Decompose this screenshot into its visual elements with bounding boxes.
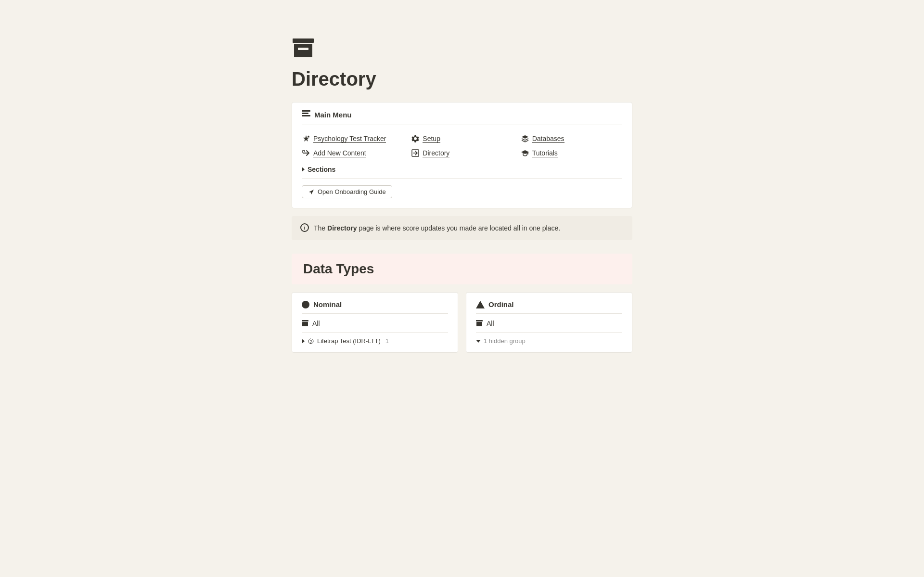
onboarding-button-label: Open Onboarding Guide xyxy=(318,188,386,195)
menu-header-label: Main Menu xyxy=(314,111,352,119)
chevron-right-icon xyxy=(302,339,305,344)
menu-item-text-setup: Setup xyxy=(423,135,440,143)
sections-label: Sections xyxy=(308,166,335,173)
info-text-after: page is where score updates you made are… xyxy=(359,224,560,232)
cards-row: Nominal All Lifetrap Test (IDR-LTT) 1 xyxy=(292,292,632,353)
nominal-card: Nominal All Lifetrap Test (IDR-LTT) 1 xyxy=(292,292,458,353)
menu-bar-3 xyxy=(302,115,310,116)
sparkle-icon xyxy=(302,134,310,143)
menu-item-text-directory: Directory xyxy=(423,149,449,157)
menu-item-text-add-new: Add New Content xyxy=(313,149,366,157)
menu-item-text-psychology: Psychology Test Tracker xyxy=(313,135,386,143)
info-bold: Directory xyxy=(327,224,357,232)
ordinal-card: Ordinal All 1 hidden group xyxy=(466,292,632,353)
mini-archive-icon-2 xyxy=(476,320,483,327)
menu-item-add-new-content[interactable]: Add New Content xyxy=(302,147,403,159)
ordinal-hidden-group: 1 hidden group xyxy=(484,337,526,345)
menu-item-setup[interactable]: Setup xyxy=(411,133,513,144)
nominal-all-row: All xyxy=(302,320,448,333)
info-icon: i xyxy=(300,223,309,232)
menu-item-text-tutorials: Tutorials xyxy=(532,149,558,157)
onboarding-button[interactable]: Open Onboarding Guide xyxy=(302,185,392,198)
ordinal-all-label: All xyxy=(487,320,494,327)
mini-archive-body-2 xyxy=(476,322,482,326)
nominal-card-header: Nominal xyxy=(302,300,448,314)
archive-icon xyxy=(292,38,315,62)
menu-items-grid: Psychology Test Tracker Setup xyxy=(302,133,622,159)
data-types-heading: Data Types xyxy=(303,261,623,277)
main-menu-card: Main Menu Psychology Test Tracker xyxy=(292,102,632,208)
nominal-all-label: All xyxy=(312,320,320,327)
archive-body xyxy=(294,44,312,57)
menu-list-icon xyxy=(302,110,310,119)
layers-icon xyxy=(521,134,529,143)
ordinal-sub-row: 1 hidden group xyxy=(476,337,622,345)
fingerprint-icon xyxy=(308,338,314,345)
page-wrapper: Directory Main Menu Psychology Test Trac… xyxy=(245,0,679,382)
menu-item-tutorials[interactable]: Tutorials xyxy=(521,147,622,159)
ordinal-card-header: Ordinal xyxy=(476,300,622,314)
triangle-right-icon xyxy=(302,167,305,172)
info-text: The Directory page is where score update… xyxy=(314,223,560,233)
archive-top xyxy=(293,38,314,43)
page-title: Directory xyxy=(292,67,632,90)
menu-item-databases[interactable]: Databases xyxy=(521,133,622,144)
nominal-sub-count: 1 xyxy=(385,337,389,345)
triangle-up-icon xyxy=(476,301,485,308)
ordinal-all-row: All xyxy=(476,320,622,333)
ordinal-title: Ordinal xyxy=(488,300,514,308)
data-types-section: Data Types xyxy=(292,254,632,284)
menu-item-directory[interactable]: Directory xyxy=(411,147,513,159)
nominal-title: Nominal xyxy=(313,300,342,308)
info-box: i The Directory page is where score upda… xyxy=(292,216,632,240)
nominal-sub-label: Lifetrap Test (IDR-LTT) xyxy=(317,337,381,345)
menu-item-psychology-test-tracker[interactable]: Psychology Test Tracker xyxy=(302,133,403,144)
gear-icon xyxy=(411,134,420,143)
menu-item-text-databases: Databases xyxy=(532,135,565,143)
mini-archive-top-2 xyxy=(476,320,483,321)
circle-icon xyxy=(302,301,309,308)
mini-archive-icon xyxy=(302,320,308,327)
menu-bar-1 xyxy=(302,110,310,112)
graduation-icon xyxy=(521,149,529,157)
mini-archive-top xyxy=(302,320,308,321)
nominal-sub-row: Lifetrap Test (IDR-LTT) 1 xyxy=(302,337,448,345)
page-icon xyxy=(292,38,632,62)
menu-header: Main Menu xyxy=(302,110,622,125)
sections-row: Sections xyxy=(302,166,622,179)
mini-archive-body xyxy=(302,322,308,326)
menu-bar-2 xyxy=(302,113,308,114)
send-icon xyxy=(308,189,315,195)
arrow-box-icon xyxy=(411,149,420,157)
chevron-down-icon xyxy=(476,340,481,343)
plus-arrow-icon xyxy=(302,149,310,157)
